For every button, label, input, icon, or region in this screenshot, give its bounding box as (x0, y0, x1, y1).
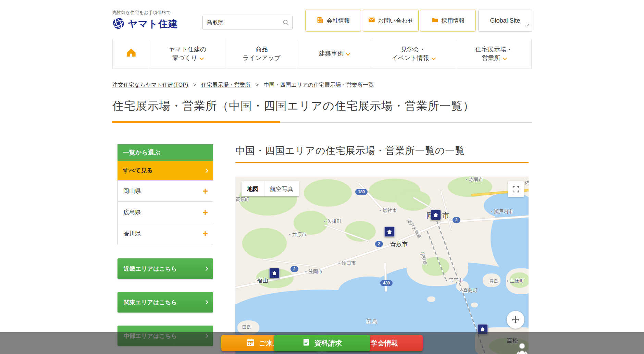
map-green-area (396, 190, 431, 211)
breadcrumb-current: 中国・四国エリアの住宅展示場・営業所一覧 (264, 82, 374, 88)
main-content: 中国・四国エリアの住宅展示場・営業所一覧の一覧 (235, 144, 529, 354)
sidebar-list-header: 一覧から選ぶ (117, 144, 213, 161)
map-label: 土庄町 (506, 278, 524, 284)
nav-products[interactable]: 商品 ラインアップ (225, 39, 298, 68)
map-label: 高原町 (236, 196, 249, 203)
company-info-button[interactable]: 会社情報 (305, 10, 361, 32)
fullscreen-button[interactable] (508, 181, 524, 197)
pan-control-button[interactable] (507, 311, 524, 329)
page-container: 高性能な住宅をお手頃価格で ヤマト住建 (112, 0, 532, 354)
main-nav: ヤマト住建の 家づくり 商品 ラインアップ 建築事例 見学会・ イベント情報 住… (112, 39, 532, 69)
nav-case-studies-line1: 建築事例 (319, 49, 349, 58)
map-label: 矢掛町 (324, 218, 342, 224)
chevron-down-icon (200, 56, 204, 60)
map-type-control: 地図 航空写真 (242, 181, 299, 196)
catalog-request-button[interactable]: 資料請求 (274, 335, 370, 351)
search-icon[interactable] (282, 19, 290, 28)
content-columns: 一覧から選ぶ すべて見る 岡山県 + 広島県 + 香川県 + 近畿エリアはこちら (112, 144, 532, 354)
map-label: 浅口市 (338, 260, 356, 266)
sidebar-item-okayama[interactable]: 岡山県 + (117, 180, 213, 202)
chevron-down-icon (503, 56, 507, 60)
sidebar-item-kagawa[interactable]: 香川県 + (117, 223, 213, 244)
route-shield: 2 (290, 266, 298, 272)
contact-button[interactable]: お問い合わせ (363, 10, 419, 32)
map-label: 備 (525, 180, 529, 186)
sidebar-item-hiroshima[interactable]: 広島県 + (117, 202, 213, 223)
nav-homebuilding-line1: ヤマト住建の (169, 45, 207, 53)
page-title: 住宅展示場・営業所（中国・四国エリアの住宅展示場・営業所一覧） (112, 98, 532, 114)
global-site-button[interactable]: Global Site (478, 10, 532, 32)
recruit-button[interactable]: 採用情報 (420, 10, 476, 32)
title-divider-orange (112, 121, 280, 123)
google-map[interactable]: 180 2 2 2 430 高原町 赤磐市 備 総社市 岡山市 瀬戸内市 矢掛町… (235, 176, 529, 354)
nav-showrooms-line1: 住宅展示場・ (475, 45, 512, 53)
chevron-right-icon (204, 267, 208, 271)
calendar-icon (246, 338, 255, 349)
document-icon (302, 338, 310, 348)
logo-text: ヤマト住建 (128, 17, 178, 30)
plus-icon[interactable]: + (202, 208, 208, 217)
view-all-label: すべて見る (123, 167, 153, 174)
route-shield: 430 (380, 280, 393, 286)
showroom-map-marker[interactable] (269, 268, 280, 278)
map-island (471, 303, 478, 307)
mail-icon (368, 16, 375, 25)
showroom-map-marker[interactable] (384, 227, 395, 237)
bottom-cta-bar: ご来店予約 見学会情報 資料請求 (0, 332, 644, 354)
map-label: 井原市 (289, 232, 307, 238)
kagawa-label: 香川県 (123, 230, 141, 237)
map-label: 広島 (366, 318, 379, 325)
kinki-area-button[interactable]: 近畿エリアはこちら (117, 258, 213, 279)
nav-showrooms[interactable]: 住宅展示場・ 営業所 (456, 39, 532, 68)
company-info-label: 会社情報 (327, 17, 350, 25)
map-type-map-button[interactable]: 地図 (242, 181, 264, 196)
map-green-area (242, 228, 287, 259)
breadcrumb-showroom-link[interactable]: 住宅展示場・営業所 (201, 82, 250, 88)
recruit-label: 採用情報 (442, 17, 465, 25)
breadcrumb-top-link[interactable]: 注文住宅ならヤマト住建(TOP) (112, 82, 188, 88)
nav-case-studies[interactable]: 建築事例 (298, 39, 370, 68)
breadcrumb-separator: > (193, 82, 196, 88)
nav-showrooms-line2: 営業所 (482, 54, 506, 62)
nav-products-line2: ラインアップ (243, 54, 281, 62)
kanto-area-label: 関東エリアはこちら (124, 298, 177, 306)
plus-icon[interactable]: + (202, 229, 208, 238)
map-green-area (304, 179, 352, 207)
kinki-area-label: 近畿エリアはこちら (124, 265, 177, 273)
nav-products-line1: 商品 (256, 45, 268, 53)
tagline: 高性能な住宅をお手頃価格で (112, 10, 171, 16)
route-shield: 2 (453, 217, 460, 223)
route-shield: 180 (355, 189, 368, 195)
title-divider (112, 121, 532, 123)
map-label: 総社市 (379, 207, 397, 213)
folder-icon (431, 16, 439, 25)
map-label: 赤磐市 (466, 176, 483, 183)
section-heading: 中国・四国エリアの住宅展示場・営業所一覧の一覧 (235, 144, 529, 163)
map-type-satellite-button[interactable]: 航空写真 (264, 181, 299, 196)
chevron-right-icon (204, 300, 208, 305)
chevron-down-icon (431, 56, 436, 60)
plus-icon[interactable]: + (202, 186, 208, 196)
map-label: 豊島 (490, 278, 498, 284)
header: 高性能な住宅をお手頃価格で ヤマト住建 (112, 0, 532, 39)
logo-ball-icon (112, 17, 125, 31)
breadcrumb: 注文住宅ならヤマト住建(TOP) > 住宅展示場・営業所 > 中国・四国エリアの… (112, 82, 532, 89)
map-label-kurashiki-city: 倉敷市 (390, 240, 408, 248)
external-link-icon (525, 22, 530, 29)
nav-events-line2: イベント情報 (392, 54, 435, 62)
sidebar: 一覧から選ぶ すべて見る 岡山県 + 広島県 + 香川県 + 近畿エリアはこちら (117, 144, 213, 354)
nav-homebuilding-line2: 家づくり (172, 54, 203, 62)
sidebar-item-view-all[interactable]: すべて見る (117, 161, 213, 180)
nav-events[interactable]: 見学会・ イベント情報 (370, 39, 456, 68)
nav-home[interactable] (112, 39, 150, 68)
search-input[interactable] (202, 16, 293, 29)
map-label: 笠岡市 (305, 269, 323, 275)
mascot-widget[interactable] (515, 342, 530, 354)
kanto-area-button[interactable]: 関東エリアはこちら (117, 292, 213, 313)
logo[interactable]: ヤマト住建 (112, 17, 178, 31)
showroom-map-marker[interactable] (431, 210, 441, 220)
contact-label: お問い合わせ (378, 17, 414, 25)
map-road (263, 259, 317, 267)
okayama-label: 岡山県 (123, 187, 141, 195)
nav-homebuilding[interactable]: ヤマト住建の 家づくり (150, 39, 225, 68)
